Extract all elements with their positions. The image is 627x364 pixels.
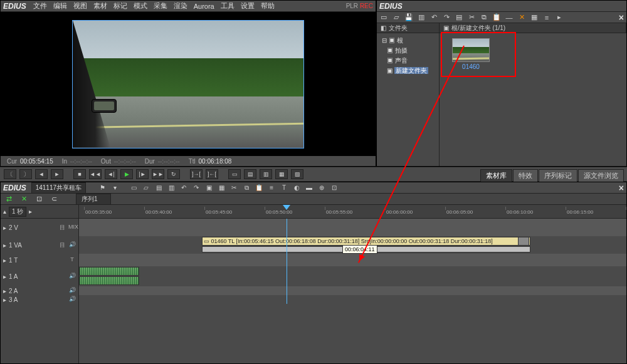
- col-folder[interactable]: ◧文件夹: [377, 23, 440, 33]
- undo-icon[interactable]: ↶: [429, 13, 438, 22]
- menu-capture[interactable]: 采集: [154, 1, 167, 11]
- menu-view[interactable]: 视图: [73, 1, 87, 11]
- menu-help[interactable]: 帮助: [261, 1, 275, 11]
- t6-icon[interactable]: ↷: [191, 184, 201, 192]
- menu-aurora[interactable]: Aurora: [194, 3, 214, 10]
- tree-node-sound[interactable]: ▣ 声音: [379, 56, 436, 66]
- tab-bin[interactable]: 素材库: [480, 169, 512, 182]
- scale-selector[interactable]: ▴1 秒▸: [1, 205, 78, 219]
- btn-c[interactable]: ▥: [260, 169, 272, 179]
- audio-clip-2[interactable]: [79, 276, 139, 285]
- mode-icon-3[interactable]: ⊡: [33, 195, 45, 204]
- play-button[interactable]: ▶: [120, 169, 133, 179]
- copy-icon[interactable]: ⧉: [480, 13, 488, 22]
- bin-tree[interactable]: ⊟ ▣ 根 ▣ 拍摄 ▣ 声音 ▣ 新建文件夹: [377, 33, 440, 166]
- set-out-button[interactable]: 〕: [19, 169, 32, 179]
- track-head-1-T[interactable]: ▸1 TT: [1, 254, 79, 266]
- btn-d[interactable]: ▦: [275, 169, 288, 179]
- track-lane-1-T[interactable]: [79, 254, 626, 266]
- t11-icon[interactable]: 📋: [254, 184, 264, 192]
- grid-icon[interactable]: ▦: [530, 13, 539, 22]
- line-icon[interactable]: —: [505, 13, 514, 22]
- list-icon[interactable]: ≡: [542, 13, 551, 22]
- t1-icon[interactable]: ▭: [129, 184, 139, 192]
- t15-icon[interactable]: ⊕: [317, 184, 327, 192]
- tree-node-shoot[interactable]: ▣ 拍摄: [379, 46, 436, 56]
- flag-icon[interactable]: ⚑: [97, 184, 107, 192]
- tab-source[interactable]: 源文件浏览: [578, 169, 624, 182]
- t8-icon[interactable]: ▦: [216, 184, 226, 192]
- btn-b[interactable]: ▤: [244, 169, 256, 179]
- tree-root[interactable]: ⊟ ▣ 根: [379, 36, 436, 46]
- track-head-1-A[interactable]: ▸1 A🔊: [1, 266, 79, 286]
- menu-settings[interactable]: 设置: [241, 1, 255, 11]
- step-fwd-button[interactable]: |►: [136, 169, 149, 179]
- overwrite-button[interactable]: ]←[: [206, 169, 218, 179]
- t2-icon[interactable]: ▱: [141, 184, 151, 192]
- preview-monitor[interactable]: [1, 12, 376, 156]
- set-in-button[interactable]: 〔: [4, 169, 16, 179]
- track-head-2-V[interactable]: ▸2 V目MIX: [1, 219, 79, 236]
- track-lane-1-VA[interactable]: ▭ 01460 TL [In:00:05:46:15 Out:00:06:18:…: [79, 236, 626, 254]
- delete-icon[interactable]: ✕: [517, 13, 526, 22]
- btn-e[interactable]: ▧: [291, 169, 303, 179]
- open-icon[interactable]: ▱: [392, 13, 401, 22]
- audio-clip-1[interactable]: [79, 267, 139, 276]
- bin-thumbnails[interactable]: 01460: [440, 33, 626, 166]
- menu-mode[interactable]: 模式: [134, 1, 147, 11]
- insert-button[interactable]: ]→[: [190, 169, 203, 179]
- save-icon[interactable]: 💾: [404, 13, 413, 22]
- col-path[interactable]: ▣根/新建文件夹 (1/1): [440, 23, 626, 33]
- time-ruler[interactable]: 00:05:35:0000:05:40:0000:05:45:0000:05:5…: [79, 205, 626, 219]
- t10-icon[interactable]: ⧉: [241, 184, 251, 192]
- paste-icon[interactable]: 📋: [492, 13, 501, 22]
- rewind-button[interactable]: ◄◄: [89, 169, 102, 179]
- timeline-tracks[interactable]: 00:05:35:0000:05:40:0000:05:45:0000:05:5…: [79, 205, 626, 363]
- tool-icon[interactable]: ▤: [455, 13, 463, 22]
- redo-icon[interactable]: ↷: [442, 13, 451, 22]
- track-lane-3-A[interactable]: [79, 295, 626, 304]
- track-head-2-A[interactable]: ▸2 A🔊: [1, 286, 79, 295]
- layout-icon[interactable]: ▥: [417, 13, 426, 22]
- more-icon[interactable]: ▸: [555, 13, 564, 22]
- text-tool-icon[interactable]: T: [279, 184, 289, 192]
- t3-icon[interactable]: ▤: [154, 184, 164, 192]
- btn-a[interactable]: ▭: [228, 169, 241, 179]
- t14-icon[interactable]: ▬: [304, 184, 314, 192]
- cut-icon[interactable]: ✂: [467, 13, 476, 22]
- t16-icon[interactable]: ⊡: [329, 184, 339, 192]
- menu-marker[interactable]: 标记: [113, 1, 127, 11]
- mode-icon-2[interactable]: ✕: [18, 195, 29, 204]
- menu-file[interactable]: 文件: [33, 1, 47, 11]
- track-head-1-VA[interactable]: ▸1 VA目🔊: [1, 236, 79, 254]
- t7-icon[interactable]: ▣: [204, 184, 214, 192]
- menu-clip[interactable]: 素材: [93, 1, 107, 11]
- ffwd-button[interactable]: ►►: [152, 169, 164, 179]
- menu-render[interactable]: 渲染: [174, 1, 187, 11]
- loop-button[interactable]: ↻: [167, 169, 180, 179]
- stop-button[interactable]: ■: [73, 169, 86, 179]
- t9-icon[interactable]: ✂: [229, 184, 239, 192]
- clip-thumbnail[interactable]: 01460: [452, 38, 490, 70]
- dropdown-icon[interactable]: ▾: [110, 184, 120, 192]
- new-project-icon[interactable]: ▭: [379, 13, 388, 22]
- track-lane-2-V[interactable]: [79, 219, 626, 236]
- close-timeline-icon[interactable]: ×: [619, 183, 624, 193]
- close-icon[interactable]: ×: [619, 13, 624, 23]
- menu-tools[interactable]: 工具: [221, 1, 234, 11]
- sequence-tab[interactable]: 序列1: [76, 194, 111, 205]
- step-back-button[interactable]: ◄|: [105, 169, 117, 179]
- t13-icon[interactable]: ◐: [292, 184, 302, 192]
- next-edit-button[interactable]: ►: [51, 169, 63, 179]
- menu-edit[interactable]: 编辑: [53, 1, 67, 11]
- tab-markers[interactable]: 序列标记: [539, 169, 577, 182]
- prev-edit-button[interactable]: ◄: [35, 169, 48, 179]
- track-lane-1-A[interactable]: [79, 266, 626, 286]
- tab-fx[interactable]: 特效: [513, 169, 538, 182]
- video-clip[interactable]: ▭ 01460 TL [In:00:05:46:15 Out:00:06:18:…: [202, 237, 530, 246]
- mode-icon-1[interactable]: ⇄: [3, 195, 14, 204]
- track-head-3-A[interactable]: ▸3 A🔊: [1, 295, 79, 304]
- t4-icon[interactable]: ▥: [166, 184, 176, 192]
- tree-node-newfolder[interactable]: ▣ 新建文件夹: [379, 66, 436, 76]
- mode-icon-4[interactable]: ⊂: [48, 195, 60, 204]
